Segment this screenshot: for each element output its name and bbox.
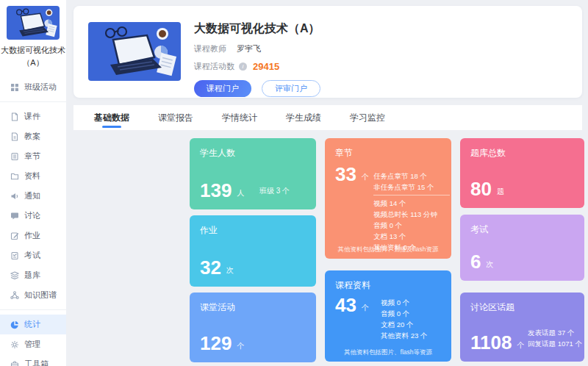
sidebar-item-label: 资料 xyxy=(24,171,40,182)
detail-line: 任务点章节 18 个 xyxy=(373,171,450,182)
card-footnote: 其他资料包括图片、flash等资源 xyxy=(325,348,451,357)
sidebar-item-label: 工具箱 xyxy=(24,359,49,366)
sidebar-item-question-bank[interactable]: 题库 xyxy=(0,265,66,285)
sidebar-item-label: 题库 xyxy=(24,270,40,281)
stat-card-class-activity: 课堂活动 129 个 xyxy=(190,293,316,362)
card-value: 6 xyxy=(470,254,481,270)
course-illustration-icon xyxy=(7,6,60,40)
sidebar-item-courseware[interactable]: 课件 xyxy=(0,107,66,126)
tab-learning-stats[interactable]: 学情统计 xyxy=(222,105,257,130)
stat-card-discussion: 讨论区话题 1108 个 发表话题 37 个 回复话题 1071 个 xyxy=(460,293,584,362)
detail-line: 非任务点章节 15 个 xyxy=(373,182,450,193)
detail-line: 音频 0 个 xyxy=(381,308,427,319)
sidebar-item-discussion[interactable]: 讨论 xyxy=(0,206,66,226)
card-value: 32 xyxy=(200,259,221,276)
activity-count-value: 29415 xyxy=(253,61,279,72)
stat-card-materials: 课程资料 43 个 视频 0 个 音频 0 个 文档 20 个 其他资料 23 … xyxy=(325,270,451,362)
layers-icon xyxy=(10,271,19,280)
card-title: 学生人数 xyxy=(200,147,306,159)
exam-icon xyxy=(10,251,19,260)
detail-line: 视频 14 个 xyxy=(373,198,450,209)
card-detail-list: 发表话题 37 个 回复话题 1071 个 xyxy=(528,327,582,349)
detail-line: 发表话题 37 个 xyxy=(528,327,582,338)
stat-card-question-bank: 题库总数 80 题 xyxy=(460,138,584,208)
file-icon xyxy=(10,112,19,121)
sidebar-item-label: 管理 xyxy=(24,339,40,350)
course-portal-button[interactable]: 课程门户 xyxy=(194,80,251,97)
card-unit: 个 xyxy=(362,172,369,183)
course-illustration-icon xyxy=(88,22,181,81)
sidebar-item-notifications[interactable]: 通知 xyxy=(0,186,66,206)
card-value: 33 xyxy=(335,166,356,183)
toolbox-icon xyxy=(10,360,19,366)
sidebar-item-label: 知识图谱 xyxy=(24,290,57,301)
chat-icon xyxy=(10,212,19,220)
sidebar-item-exams[interactable]: 考试 xyxy=(0,245,66,265)
card-title: 讨论区话题 xyxy=(470,301,574,314)
sidebar-item-label: 课件 xyxy=(24,111,40,122)
sidebar-course-title: 大数据可视化技术 （A） xyxy=(0,44,66,68)
sidebar-item-management[interactable]: 管理 xyxy=(0,334,66,354)
course-header-card: 大数据可视化技术（A） 课程教师 罗宇飞 课程活动数 i 29415 课程门户 … xyxy=(74,6,582,98)
sidebar-item-label: 考试 xyxy=(24,250,40,261)
stat-card-homework: 作业 32 次 xyxy=(190,215,316,287)
card-title: 课堂活动 xyxy=(200,301,306,314)
sidebar-item-homework[interactable]: 作业 xyxy=(0,226,66,245)
card-unit: 个 xyxy=(362,303,369,314)
tab-learning-monitor[interactable]: 学习监控 xyxy=(350,105,385,130)
sidebar-item-label: 教案 xyxy=(24,131,40,142)
detail-line: 文档 13 个 xyxy=(373,231,450,242)
folder-icon xyxy=(10,172,19,181)
detail-line: 视频总时长 113 分钟 xyxy=(373,209,450,220)
card-unit: 题 xyxy=(497,187,504,198)
course-cover-image xyxy=(88,22,181,81)
sidebar-item-label: 章节 xyxy=(24,151,40,162)
stats-tabs: 基础数据 课堂报告 学情统计 学生成绩 学习监控 xyxy=(74,105,582,130)
card-unit: 次 xyxy=(226,265,234,276)
card-title: 章节 xyxy=(335,147,441,159)
card-title: 考试 xyxy=(470,223,574,236)
detail-line: 其他资料 23 个 xyxy=(381,330,427,341)
course-title: 大数据可视化技术（A） xyxy=(194,21,320,37)
edit-icon xyxy=(10,232,19,240)
sidebar-item-knowledge-graph[interactable]: 知识图谱 xyxy=(0,285,66,305)
pie-icon xyxy=(10,320,19,329)
sidebar-item-statistics[interactable]: 统计 xyxy=(0,315,66,334)
activity-count-label: 课程活动数 xyxy=(194,61,234,72)
sidebar-item-label: 班级活动 xyxy=(24,82,57,93)
sidebar-menu: 班级活动 课件 教案 章节 资料 通知 xyxy=(0,77,66,366)
sidebar-item-class-activity[interactable]: 班级活动 xyxy=(0,77,66,97)
card-unit: 个 xyxy=(237,341,244,352)
tab-class-report[interactable]: 课堂报告 xyxy=(158,105,193,130)
sidebar-item-label: 作业 xyxy=(24,230,40,241)
card-unit: 人 xyxy=(237,188,244,199)
detail-line: 音频 0 个 xyxy=(373,220,450,231)
sidebar-item-teaching-plan[interactable]: 教案 xyxy=(0,126,66,146)
stat-card-exams: 考试 6 次 xyxy=(460,215,584,281)
detail-line: 回复话题 1071 个 xyxy=(528,338,582,349)
gear-icon xyxy=(10,340,19,349)
card-value: 43 xyxy=(335,297,356,314)
tab-basic-data[interactable]: 基础数据 xyxy=(94,105,129,130)
card-value: 129 xyxy=(200,335,232,352)
review-portal-button[interactable]: 评审门户 xyxy=(262,80,320,97)
card-title: 题库总数 xyxy=(470,147,574,159)
sidebar-item-label: 统计 xyxy=(24,319,40,330)
sidebar-item-chapters[interactable]: 章节 xyxy=(0,146,66,166)
sidebar-item-toolbox[interactable]: 工具箱 xyxy=(0,354,66,366)
sidebar-item-materials[interactable]: 资料 xyxy=(0,166,66,186)
card-value: 139 xyxy=(200,182,232,199)
info-icon[interactable]: i xyxy=(239,62,247,71)
card-detail-list: 任务点章节 18 个 非任务点章节 15 个 视频 14 个 视频总时长 113… xyxy=(373,171,450,253)
card-title: 作业 xyxy=(200,224,306,237)
card-unit: 次 xyxy=(486,259,493,270)
file-text-icon xyxy=(10,132,19,141)
detail-line: 文档 20 个 xyxy=(381,319,427,330)
tab-student-grades[interactable]: 学生成绩 xyxy=(286,105,321,130)
teacher-label: 课程教师 xyxy=(194,43,226,54)
detail-line: 视频 0 个 xyxy=(381,297,427,308)
teacher-name: 罗宇飞 xyxy=(237,43,261,54)
grid-icon xyxy=(10,83,19,92)
card-unit: 个 xyxy=(517,340,524,351)
course-thumbnail xyxy=(7,6,60,40)
